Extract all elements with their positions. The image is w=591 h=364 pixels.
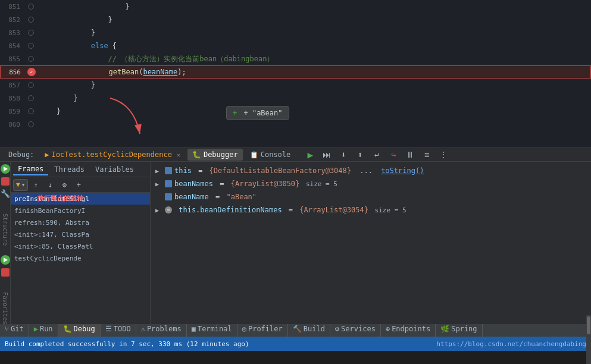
- spring-icon: 🌿: [440, 325, 449, 333]
- debug-inner-content: 🔧 Structure Favorites Frames: [0, 162, 591, 324]
- frames-scrollbar[interactable]: [586, 315, 591, 364]
- debug-label: Debug:: [5, 150, 37, 159]
- debug-btn-evaluate[interactable]: ↪: [386, 148, 401, 161]
- breakpoint-dot-851: [28, 4, 34, 10]
- breakpoint-dot-854: [28, 43, 34, 49]
- var-eq-beanname: =: [211, 193, 224, 201]
- gutter-853: [25, 30, 37, 36]
- debug-btn-run-cursor[interactable]: ↩: [369, 148, 384, 161]
- dropdown-arrow: ▾: [21, 181, 26, 189]
- frame-item-2[interactable]: refresh:590, Abstra: [11, 216, 150, 228]
- debug-icon: 🐛: [63, 325, 72, 333]
- sidebar-favorites-label[interactable]: Favorites: [2, 292, 8, 324]
- gutter-851: [25, 4, 37, 10]
- sidebar-wrench-btn[interactable]: 🔧: [1, 189, 10, 198]
- run-icon: ▶: [34, 325, 38, 333]
- frames-dropdown[interactable]: ▼ ▾: [13, 179, 28, 191]
- line-num-856: 856: [1, 68, 26, 76]
- debug-left-icons: 🔧 Structure Favorites: [0, 162, 11, 324]
- expand-arrow-this[interactable]: ▶: [155, 168, 162, 174]
- debug-btn-step-out[interactable]: ⬆: [352, 148, 368, 161]
- var-row-beannames[interactable]: ▶ beanNames = {ArrayList@3050} size = 5: [151, 177, 591, 190]
- debug-btn-mute[interactable]: ⏸: [402, 148, 418, 161]
- debug-console-icon: 📋: [250, 151, 258, 159]
- status-text: Build completed successfully in 7 sec, 3…: [5, 340, 436, 348]
- frames-btn-filter[interactable]: ⚙: [58, 179, 71, 191]
- build-icon: 🔨: [293, 325, 302, 333]
- frames-scroll-thumb: [587, 316, 590, 334]
- var-eq-beandefs: =: [284, 206, 298, 214]
- frames-btn-add[interactable]: +: [72, 179, 85, 191]
- line-num-855: 855: [0, 55, 25, 63]
- var-row-this[interactable]: ▶ this = {DefaultListableBeanFactory@304…: [151, 164, 591, 177]
- gutter-856: [26, 68, 37, 76]
- frames-tab-variables[interactable]: Variables: [90, 164, 139, 175]
- line-num-858: 858: [0, 95, 25, 102]
- sidebar-stop2-btn[interactable]: [1, 268, 10, 277]
- var-name-this: this: [174, 167, 192, 175]
- build-label: Build: [304, 325, 325, 333]
- var-row-beanname[interactable]: ▶ beanName = "aBean": [151, 190, 591, 203]
- stop-indicator-2: [1, 268, 10, 277]
- debug-file-tab[interactable]: ▶ IocTest.testCyclicDependence ✕: [40, 149, 185, 161]
- debug-tab-debugger[interactable]: 🐛 Debugger: [187, 149, 243, 161]
- frame-item-5[interactable]: testCyclicDepende: [11, 252, 150, 264]
- var-name-beannames: beanNames: [174, 180, 213, 188]
- code-line-852: 852 }: [0, 13, 591, 26]
- var-type-beandefs: size = 5: [371, 206, 406, 214]
- expand-arrow-beanname[interactable]: ▶: [155, 194, 162, 200]
- stop-indicator: [1, 177, 10, 186]
- frames-btn-up[interactable]: ↑: [29, 179, 42, 191]
- frame-item-1[interactable]: finishBeanFactoryI: [11, 205, 150, 216]
- var-icon-beannames: [165, 180, 172, 187]
- debug-console-label: Console: [261, 150, 291, 159]
- breakpoint-dot-859: [28, 108, 34, 114]
- var-link-this[interactable]: toString(): [381, 167, 424, 175]
- services-label: Services: [341, 325, 376, 333]
- main-layout: 851 } 852 } 853 }: [0, 0, 591, 364]
- breakpoint-icon-856[interactable]: [27, 68, 36, 76]
- debug-btn-step-over[interactable]: ⏭: [319, 148, 334, 161]
- debug-panel: Debug: ▶ IocTest.testCyclicDependence ✕ …: [0, 148, 591, 320]
- code-editor: 851 } 852 } 853 }: [0, 0, 591, 148]
- debug-tab-close[interactable]: ✕: [177, 152, 180, 158]
- frame-item-4[interactable]: <init>:85, ClassPatl: [11, 240, 150, 252]
- var-eq-this: =: [194, 167, 207, 175]
- endpoints-label: Endpoints: [392, 325, 430, 333]
- debug-tabs-bar: Debug: ▶ IocTest.testCyclicDependence ✕ …: [0, 148, 591, 162]
- var-value-this: {DefaultListableBeanFactory@3048}: [209, 167, 351, 175]
- debug-debugger-label: Debugger: [204, 150, 238, 159]
- line-num-851: 851: [0, 3, 25, 11]
- sidebar-structure-label[interactable]: Structure: [2, 214, 8, 246]
- var-type-beannames: size = 5: [302, 180, 337, 188]
- sidebar-run2-btn[interactable]: [1, 255, 10, 265]
- git-label: Git: [11, 325, 24, 333]
- breakpoint-dot-858: [28, 95, 34, 101]
- terminal-icon: ▣: [192, 325, 196, 333]
- sidebar-resume-btn[interactable]: [1, 164, 10, 174]
- debug-btn-step-into[interactable]: ⬇: [336, 148, 351, 161]
- gutter-852: [25, 17, 37, 23]
- var-row-beandefs[interactable]: ▶ ∞ this.beanDefinitionNames = {ArrayLis…: [151, 203, 591, 216]
- code-line-853: 853 }: [0, 26, 591, 39]
- debug-tab-console[interactable]: 📋 Console: [245, 149, 296, 161]
- code-line-859: 859 }: [0, 105, 591, 118]
- debug-btn-settings[interactable]: ≡: [419, 148, 434, 161]
- breakpoint-dot-855: [28, 56, 34, 62]
- frame-item-3[interactable]: <init>:147, ClassPa: [11, 228, 150, 240]
- frames-btn-down[interactable]: ↓: [43, 179, 57, 191]
- frames-tab-frames[interactable]: Frames: [13, 164, 48, 175]
- gutter-859: [25, 108, 37, 114]
- expand-arrow-beannames[interactable]: ▶: [155, 181, 162, 187]
- frames-list: preInstantiateSingl finishBeanFactoryI r…: [11, 193, 150, 324]
- frames-tab-threads[interactable]: Threads: [49, 164, 89, 175]
- debug-btn-resume[interactable]: ▶: [302, 148, 318, 161]
- code-line-856: 856 getBean(beanName);: [0, 65, 591, 79]
- code-content-853: }: [37, 29, 591, 37]
- debug-btn-more[interactable]: ⋮: [436, 148, 451, 161]
- expand-arrow-beandefs[interactable]: ▶: [155, 207, 162, 214]
- sidebar-stop-btn[interactable]: [1, 177, 10, 186]
- code-content-857: }: [37, 81, 591, 89]
- frame-item-0[interactable]: preInstantiateSingl: [11, 193, 150, 205]
- todo-label: TODO: [114, 325, 131, 333]
